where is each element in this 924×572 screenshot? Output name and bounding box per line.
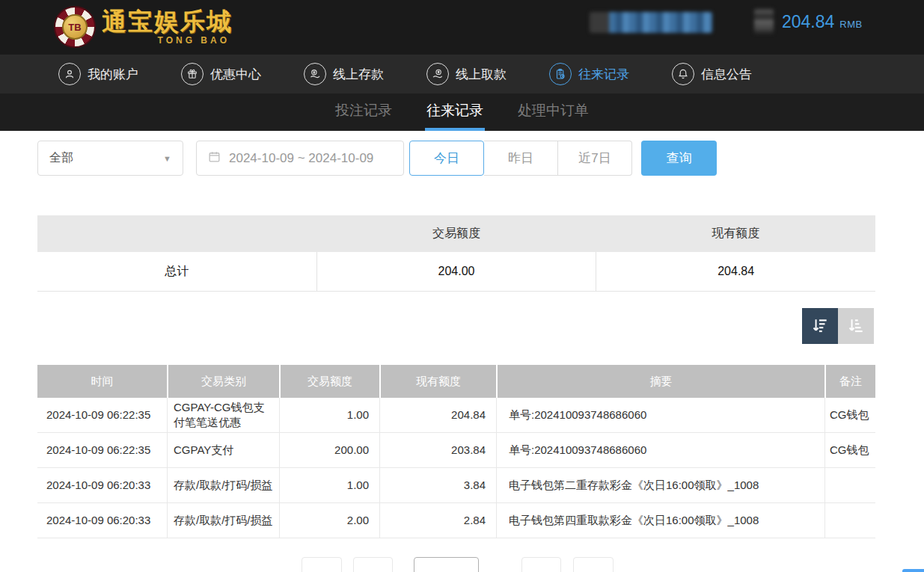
table-row: 2024-10-09 06:22:35 CGPAY-CG钱包支付笔笔送优惠 1.… (37, 398, 875, 433)
pagination-bar (0, 557, 924, 572)
search-button[interactable]: 查询 (641, 141, 717, 176)
col-header-amount: 交易额度 (279, 365, 379, 398)
nav-label: 我的账户 (88, 66, 138, 83)
col-header-time: 时间 (37, 365, 167, 398)
username-redacted[interactable] (590, 12, 712, 33)
gift-icon (181, 63, 204, 85)
cell-balance: 3.84 (379, 468, 496, 502)
cell-time: 2024-10-09 06:22:35 (37, 398, 167, 432)
sort-descending-button[interactable] (802, 308, 838, 344)
cell-note (824, 468, 875, 502)
nav-label: 信息公告 (701, 66, 752, 83)
user-icon (58, 63, 81, 85)
cell-category: 存款/取款/打码/损益 (167, 468, 279, 502)
deposit-icon (304, 63, 326, 85)
user-icon-redacted (590, 12, 609, 33)
date-range-value: 2024-10-09 ~ 2024-10-09 (229, 151, 373, 166)
col-header-summary: 摘要 (496, 365, 824, 398)
logo-subtitle: TONG BAO (102, 36, 233, 45)
wallet-icon-redacted (754, 9, 774, 34)
today-button[interactable]: 今日 (409, 141, 484, 176)
logo-title: 通宝娱乐城 (102, 9, 233, 34)
cell-balance: 203.84 (379, 433, 496, 467)
cell-amount: 1.00 (279, 468, 379, 502)
table-row: 2024-10-09 06:22:35 CGPAY支付 200.00 203.8… (37, 433, 875, 468)
nav-item-online-withdraw[interactable]: 线上取款 (426, 63, 507, 85)
calendar-icon (207, 150, 221, 167)
records-table: 时间 交易类别 交易额度 现有额度 摘要 备注 2024-10-09 06:22… (37, 365, 875, 538)
nav-label: 往来记录 (578, 66, 629, 83)
cell-category: 存款/取款/打码/损益 (167, 503, 279, 538)
tab-transaction-records[interactable]: 往来记录 (425, 93, 485, 131)
site-logo[interactable]: TB 通宝娱乐城 TONG BAO (54, 6, 233, 48)
col-header-note: 备注 (824, 365, 875, 398)
cell-balance: 2.84 (379, 503, 496, 538)
cell-amount: 2.00 (279, 503, 379, 538)
pagination-button[interactable] (353, 557, 393, 572)
pagination-button[interactable] (302, 557, 342, 572)
summary-transaction-amount: 204.00 (316, 252, 596, 291)
type-select-value: 全部 (49, 150, 163, 166)
summary-header-current-amount: 现有额度 (596, 215, 875, 252)
summary-header-transaction-amount: 交易额度 (316, 215, 596, 252)
table-row: 2024-10-09 06:20:33 存款/取款/打码/损益 1.00 3.8… (37, 468, 875, 503)
chevron-down-icon: ▼ (163, 154, 171, 163)
cell-amount: 1.00 (279, 398, 379, 432)
withdraw-icon (426, 63, 449, 85)
cell-note: CG钱包 (824, 398, 875, 432)
cell-note: CG钱包 (824, 433, 875, 467)
sort-ascending-button[interactable] (838, 308, 874, 344)
records-header-row: 时间 交易类别 交易额度 现有额度 摘要 备注 (37, 365, 875, 398)
summary-table: 交易额度 现有额度 总计 204.00 204.84 (37, 215, 875, 292)
type-select[interactable]: 全部 ▼ (37, 141, 183, 176)
cell-note (824, 503, 875, 538)
nav-item-online-deposit[interactable]: 线上存款 (304, 63, 384, 85)
balance-currency: RMB (839, 19, 862, 30)
balance-amount: 204.84 (782, 12, 834, 32)
tab-processing-orders[interactable]: 处理中订单 (516, 93, 590, 131)
date-range-picker[interactable]: 2024-10-09 ~ 2024-10-09 (196, 141, 404, 176)
col-header-balance: 现有额度 (379, 365, 496, 398)
nav-item-transaction-records[interactable]: 往来记录 (549, 63, 629, 85)
summary-current-amount: 204.84 (596, 252, 875, 291)
pagination-button[interactable] (521, 557, 561, 572)
top-header: TB 通宝娱乐城 TONG BAO 204.84 RMB (0, 0, 924, 55)
sub-nav: 投注记录 往来记录 处理中订单 (0, 93, 924, 131)
page: TB 通宝娱乐城 TONG BAO 204.84 RMB 我的账户 (0, 0, 924, 572)
nav-label: 优惠中心 (210, 66, 261, 83)
cell-category: CGPAY支付 (167, 433, 279, 467)
chip-monogram: TB (62, 14, 88, 40)
last-7-days-button[interactable]: 近7日 (558, 141, 632, 176)
main-nav: 我的账户 优惠中心 线上存款 (0, 55, 924, 93)
cell-time: 2024-10-09 06:20:33 (37, 503, 167, 538)
cell-time: 2024-10-09 06:22:35 (37, 433, 167, 467)
tab-betting-records[interactable]: 投注记录 (334, 93, 394, 131)
pagination-button[interactable] (573, 557, 614, 572)
nav-label: 线上取款 (456, 66, 507, 83)
cell-time: 2024-10-09 06:20:33 (37, 468, 167, 502)
cell-summary: 单号:202410093748686060 (496, 433, 824, 467)
cell-balance: 204.84 (379, 398, 496, 432)
floating-widget-cutoff[interactable] (902, 569, 924, 572)
quick-date-buttons: 今日 昨日 近7日 (409, 141, 632, 176)
summary-total-row: 总计 204.00 204.84 (37, 252, 875, 292)
nav-item-promotions[interactable]: 优惠中心 (181, 63, 261, 85)
bell-icon (672, 63, 694, 85)
yesterday-button[interactable]: 昨日 (484, 141, 558, 176)
nav-item-my-account[interactable]: 我的账户 (58, 63, 138, 85)
records-icon (549, 63, 572, 85)
summary-total-label: 总计 (37, 252, 316, 291)
sort-controls (802, 308, 874, 344)
col-header-category: 交易类别 (167, 365, 279, 398)
username-blurred-text (609, 12, 712, 33)
cell-summary: 电子钱包第四重取款彩金《次日16:00领取》_1008 (496, 503, 824, 538)
nav-item-announcements[interactable]: 信息公告 (672, 63, 752, 85)
summary-header-row: 交易额度 现有额度 (37, 215, 875, 252)
pagination-current-page[interactable] (414, 557, 479, 572)
cell-summary: 电子钱包第二重存款彩金《次日16:00领取》_1008 (496, 468, 824, 502)
cell-summary: 单号:202410093748686060 (496, 398, 824, 432)
summary-header-empty (37, 215, 316, 252)
cell-category: CGPAY-CG钱包支付笔笔送优惠 (167, 398, 279, 432)
content-area: 全部 ▼ 2024-10-09 ~ 2024-10-09 今日 昨日 近7日 查… (0, 131, 924, 572)
table-row: 2024-10-09 06:20:33 存款/取款/打码/损益 2.00 2.8… (37, 503, 875, 538)
